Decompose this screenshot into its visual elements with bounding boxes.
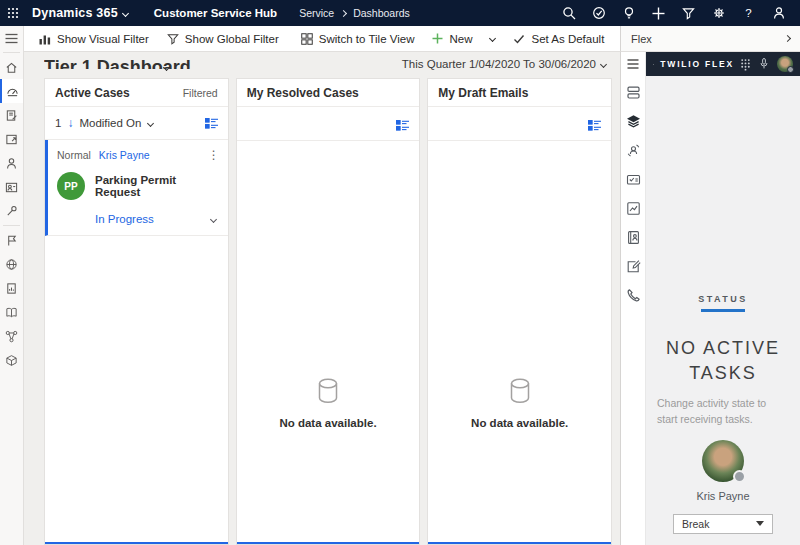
top-nav-bar: Dynamics 365 Customer Service Hub Servic… (0, 0, 800, 26)
agent-avatar-large (702, 440, 744, 482)
switch-to-tile-view-button[interactable]: Switch to Tile View (292, 26, 424, 51)
cases-icon[interactable] (0, 127, 23, 151)
stream-options-icon[interactable] (396, 120, 409, 131)
status-caption: Change activity state to start receiving… (646, 396, 800, 426)
twilio-analytics-icon[interactable] (621, 196, 645, 221)
rail-divider (3, 225, 20, 226)
microphone-icon[interactable] (758, 57, 770, 71)
case-contact-link[interactable]: Kris Payne (99, 149, 150, 161)
no-active-tasks-headline: NO ACTIVE TASKS (663, 336, 783, 386)
search-icon[interactable] (561, 6, 576, 21)
rail-divider (3, 52, 20, 53)
agent-status-dot (733, 470, 746, 483)
flex-panel-title: Flex (631, 33, 652, 45)
twilio-teams-layers-icon[interactable] (621, 109, 645, 134)
queues-flag-icon[interactable] (0, 228, 23, 252)
stream-title: My Draft Emails (438, 86, 528, 100)
twilio-top-bar: TWILIO FLEX (646, 52, 800, 76)
status-label: STATUS (646, 294, 800, 304)
case-subject-link[interactable]: Parking Permit Request (95, 174, 220, 198)
account-icon[interactable] (771, 6, 786, 21)
no-data-cylinder-icon (507, 377, 533, 407)
twilio-id-card-icon[interactable] (621, 167, 645, 192)
new-button[interactable]: New (423, 26, 481, 51)
quick-launch-icon[interactable] (591, 6, 606, 21)
filtered-badge: Filtered (183, 87, 218, 99)
templates-cube-icon[interactable] (0, 348, 23, 372)
twilio-supervisor-icon[interactable] (621, 138, 645, 163)
accounts-icon[interactable] (0, 151, 23, 175)
case-status-link[interactable]: In Progress (95, 213, 154, 225)
tile-view-icon (301, 33, 313, 45)
command-bar: Show Visual Filter Show Global Filter Sw… (24, 26, 620, 52)
app-switcher-chevron-icon[interactable] (122, 9, 129, 16)
show-global-filter-button[interactable]: Show Global Filter (158, 26, 288, 51)
twilio-menu-icon[interactable] (621, 52, 645, 76)
show-visual-filter-label: Show Visual Filter (57, 33, 149, 45)
new-label: New (449, 33, 472, 45)
agent-status-dot (787, 66, 794, 73)
empty-state: No data available. (428, 377, 611, 429)
stream-options-icon[interactable] (205, 118, 218, 129)
waffle-icon[interactable] (0, 0, 26, 26)
stream-columns: Active Cases Filtered 1 ↓ Modified On No… (44, 78, 612, 545)
new-plus-icon (432, 33, 443, 44)
home-icon[interactable] (0, 55, 23, 79)
settings-gear-icon[interactable] (711, 6, 726, 21)
date-range-label: This Quarter 1/04/2020 To 30/06/2020 (402, 58, 596, 70)
lightbulb-icon[interactable] (621, 6, 636, 21)
dashboards-icon[interactable] (0, 79, 23, 103)
contacts-icon[interactable] (0, 175, 23, 199)
breadcrumb-area[interactable]: Service (299, 7, 334, 19)
help-icon[interactable]: ? (741, 6, 756, 21)
hub-title: Customer Service Hub (154, 7, 277, 19)
case-avatar: PP (57, 172, 85, 200)
agent-avatar-small[interactable] (777, 56, 793, 72)
tools-wrench-icon[interactable] (0, 199, 23, 223)
site-map-rail (0, 26, 24, 545)
no-data-cylinder-icon (315, 377, 341, 407)
twilio-phone-icon[interactable] (621, 283, 645, 308)
case-more-icon[interactable]: ⋮ (208, 148, 220, 162)
no-data-label: No data available. (428, 417, 611, 429)
activity-selected-value: Break (682, 518, 709, 530)
status-underline (701, 309, 745, 312)
case-card[interactable]: Normal Kris Payne ⋮ PP Parking Permit Re… (45, 140, 228, 236)
quick-create-plus-icon[interactable] (651, 6, 666, 21)
date-range-filter[interactable]: This Quarter 1/04/2020 To 30/06/2020 (402, 58, 606, 70)
set-as-default-button[interactable]: Set As Default (504, 26, 613, 51)
activities-icon[interactable] (0, 103, 23, 127)
social-profiles-globe-icon[interactable] (0, 252, 23, 276)
activity-dropdown[interactable]: Break (673, 514, 773, 534)
stream-scroll-accent (237, 542, 420, 544)
stream-header: My Draft Emails (428, 79, 611, 107)
entitlements-network-icon[interactable] (0, 324, 23, 348)
knowledge-search-book-icon[interactable] (0, 300, 23, 324)
dialpad-icon[interactable] (740, 58, 751, 71)
switch-to-tile-view-label: Switch to Tile View (319, 33, 415, 45)
twilio-tasks-icon[interactable] (621, 80, 645, 105)
stream-options-icon[interactable] (588, 120, 601, 131)
sort-field-label[interactable]: Modified On (79, 117, 141, 129)
sort-row[interactable]: 1 ↓ Modified On (45, 107, 228, 140)
sitemap-menu-icon[interactable] (0, 26, 23, 50)
twilio-flex-panel: TWILIO FLEX STATUS NO ACTIVE TASKS Chang… (620, 52, 800, 545)
breadcrumb-page[interactable]: Dashboards (353, 7, 410, 19)
sort-descending-arrow-icon[interactable]: ↓ (67, 116, 73, 130)
flex-collapse-chevron-icon[interactable] (784, 35, 791, 42)
sort-chevron-icon[interactable] (147, 119, 154, 126)
knowledge-articles-icon[interactable] (0, 276, 23, 300)
set-as-default-label: Set As Default (531, 33, 604, 45)
twilio-compose-icon[interactable] (621, 254, 645, 279)
top-nav-icons: ? (561, 6, 800, 21)
app-title[interactable]: Dynamics 365 (32, 6, 118, 20)
stream-scroll-accent (428, 542, 611, 544)
stream-title: Active Cases (55, 86, 130, 100)
new-dropdown-chevron[interactable] (481, 26, 504, 51)
show-visual-filter-button[interactable]: Show Visual Filter (30, 26, 158, 51)
date-range-chevron-icon (600, 60, 607, 67)
filter-icon[interactable] (681, 6, 696, 21)
case-expand-chevron-icon[interactable] (210, 215, 217, 222)
stream-scroll-accent (45, 542, 228, 544)
twilio-directory-icon[interactable] (621, 225, 645, 250)
